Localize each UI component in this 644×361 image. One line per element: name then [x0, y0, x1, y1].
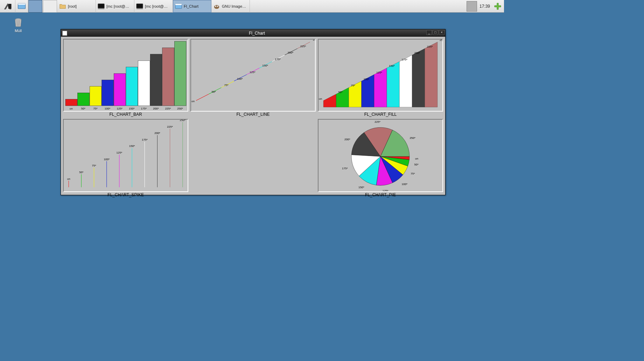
svg-text:50*: 50* [79, 171, 84, 174]
chart-pie-cell: on50*75*100*125*150*175*200*225*250* FL_… [318, 119, 443, 197]
svg-point-10 [214, 5, 219, 9]
svg-text:75*: 75* [92, 164, 96, 168]
svg-marker-56 [323, 94, 336, 107]
app-window-icon [175, 2, 182, 10]
svg-text:175*: 175* [342, 167, 348, 170]
taskbar: [root] [mc [root@… [mc [root@… Fl_Chart … [0, 0, 504, 13]
svg-rect-31 [150, 54, 162, 106]
svg-rect-3 [18, 3, 25, 4]
svg-marker-63 [412, 49, 425, 107]
flchart-window: Fl_Chart _ □ × on50*75*100*125*150*175*2… [61, 29, 446, 195]
svg-text:225*: 225* [300, 45, 306, 48]
svg-text:200*: 200* [288, 51, 294, 54]
window-body: on50*75*100*125*150*175*200*225*250* FL_… [61, 37, 445, 195]
svg-rect-19 [78, 93, 90, 106]
svg-text:200*: 200* [344, 138, 350, 141]
taskbar-item-label: [root] [68, 4, 77, 8]
svg-text:75*: 75* [351, 84, 356, 87]
start-menu-icon[interactable] [0, 0, 15, 13]
svg-text:225*: 225* [167, 125, 173, 128]
chart-spike-cell: on50*75*100*125*150*175*200*225*250* FL_… [63, 119, 188, 197]
show-desktop-icon[interactable] [15, 0, 28, 13]
svg-text:100*: 100* [237, 77, 243, 80]
workspace-pager[interactable] [28, 0, 57, 13]
workspace-2[interactable] [43, 0, 57, 13]
taskbar-item-label: [mc [root@… [145, 4, 168, 8]
taskbar-item-root[interactable]: [root] [57, 0, 96, 13]
svg-rect-4 [98, 3, 104, 8]
trash-label: Müll [15, 29, 22, 33]
svg-text:200*: 200* [414, 51, 420, 55]
workspace-1[interactable] [28, 0, 42, 13]
svg-text:125*: 125* [117, 107, 122, 110]
svg-text:150*: 150* [262, 64, 268, 67]
svg-text:100*: 100* [402, 183, 408, 186]
svg-rect-7 [136, 8, 143, 9]
svg-text:100*: 100* [364, 78, 370, 81]
svg-text:150*: 150* [389, 64, 395, 68]
svg-text:150*: 150* [358, 186, 364, 189]
titlebar[interactable]: Fl_Chart _ □ × [61, 29, 445, 37]
clock[interactable]: 17:39 [478, 4, 491, 9]
maximize-button[interactable]: □ [433, 30, 438, 35]
svg-marker-61 [387, 62, 399, 107]
svg-rect-33 [162, 48, 174, 106]
chart-fill-label: FL_CHART_FILL [318, 112, 443, 117]
svg-text:125*: 125* [376, 71, 382, 74]
chart-fill-cell: on50*75*100*125*150*175*200*225*250* FL_… [318, 39, 443, 117]
svg-text:75*: 75* [411, 172, 415, 175]
svg-rect-1 [8, 4, 11, 9]
taskbar-item-terminal-2[interactable]: [mc [root@… [134, 0, 173, 13]
svg-rect-29 [138, 61, 150, 106]
svg-text:200*: 200* [154, 132, 160, 135]
trash-icon[interactable]: Müll [10, 17, 27, 33]
minimize-button[interactable]: _ [426, 30, 432, 35]
terminal-icon [136, 2, 144, 10]
taskbar-item-label: [mc [root@… [106, 4, 129, 8]
terminal-icon [97, 2, 105, 10]
svg-rect-35 [174, 41, 186, 106]
svg-text:250*: 250* [180, 120, 186, 122]
svg-text:175*: 175* [401, 58, 407, 61]
svg-point-11 [215, 6, 216, 7]
svg-text:225*: 225* [165, 107, 171, 110]
svg-text:225*: 225* [427, 45, 433, 48]
svg-text:75*: 75* [224, 84, 229, 87]
taskbar-item-gimp[interactable]: GNU Image… [211, 0, 250, 13]
svg-text:250*: 250* [440, 40, 442, 42]
svg-text:50*: 50* [338, 91, 343, 94]
svg-text:125*: 125* [383, 190, 388, 191]
add-icon[interactable] [493, 2, 502, 10]
svg-line-37 [196, 94, 209, 101]
svg-text:200*: 200* [153, 107, 159, 110]
taskbar-item-terminal-1[interactable]: [mc [root@… [96, 0, 134, 13]
svg-rect-6 [136, 3, 143, 8]
svg-rect-25 [114, 73, 126, 106]
folder-icon [59, 2, 66, 10]
svg-point-12 [217, 6, 218, 7]
taskbar-item-flchart[interactable]: Fl_Chart [173, 0, 211, 13]
svg-text:on: on [191, 100, 195, 103]
svg-text:175*: 175* [275, 58, 281, 61]
svg-text:on: on [319, 97, 322, 100]
svg-text:75*: 75* [93, 107, 98, 110]
svg-rect-21 [90, 86, 102, 106]
svg-marker-64 [425, 42, 438, 107]
svg-text:on: on [70, 107, 73, 110]
svg-text:175*: 175* [142, 138, 148, 141]
chart-bar-label: FL_CHART_BAR [63, 112, 188, 117]
svg-text:150*: 150* [129, 145, 135, 148]
svg-text:125*: 125* [117, 151, 122, 154]
app-icon [62, 31, 67, 36]
chart-bar-cell: on50*75*100*125*150*175*200*225*250* FL_… [63, 39, 188, 117]
svg-text:250*: 250* [410, 136, 415, 140]
svg-text:100*: 100* [104, 158, 110, 161]
svg-text:50*: 50* [81, 107, 86, 110]
close-button[interactable]: × [439, 30, 444, 35]
svg-text:on: on [67, 177, 70, 180]
svg-text:50*: 50* [414, 163, 419, 166]
tray-placeholder-icon[interactable] [467, 1, 477, 12]
svg-rect-23 [102, 80, 114, 106]
chart-line-label: FL_CHART_LINE [190, 112, 316, 117]
gimp-icon [213, 2, 220, 10]
